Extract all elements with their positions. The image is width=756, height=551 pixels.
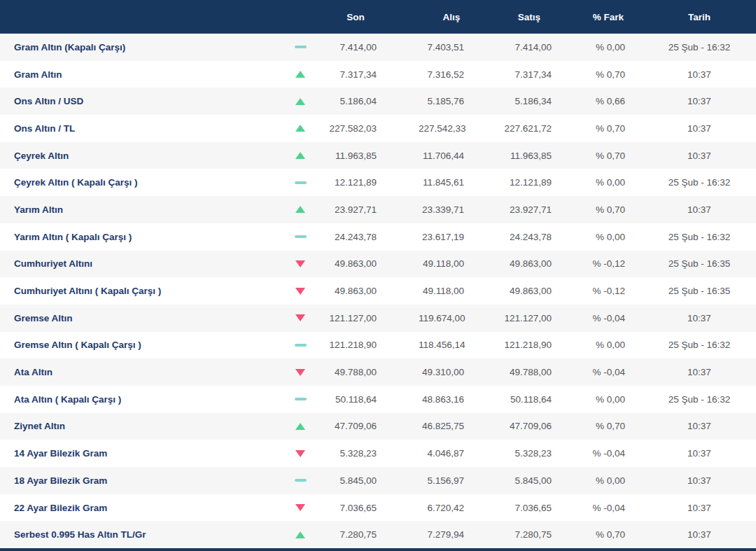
tarih-value: 25 Şub - 16:32 bbox=[643, 42, 756, 53]
instrument-name-link[interactable]: 14 Ayar Bilezik Gram bbox=[0, 448, 287, 459]
gold-prices-table: Son Alış Satış % Fark Tarih Gram Altın (… bbox=[0, 0, 756, 551]
table-row[interactable]: Ata Altın 49.788,00 49.310,00 49.788,00 … bbox=[0, 358, 756, 386]
table-row[interactable]: Gremse Altın 121.127,00 119.674,00 121.1… bbox=[0, 305, 756, 332]
instrument-name-link[interactable]: 22 Ayar Bilezik Gram bbox=[0, 503, 287, 513]
fark-value: % 0,00 bbox=[574, 42, 643, 53]
table-row[interactable]: Yarım Altın 23.927,71 23.339,71 23.927,7… bbox=[0, 196, 756, 223]
alis-value: 6.720,42 bbox=[419, 503, 484, 513]
son-value: 227.582,03 bbox=[314, 123, 419, 134]
instrument-name-link[interactable]: Cumhuriyet Altını ( Kapalı Çarşı ) bbox=[0, 286, 287, 296]
table-row[interactable]: Gram Altın 7.317,34 7.316,52 7.317,34 % … bbox=[0, 61, 756, 88]
alis-value: 227.542,33 bbox=[419, 123, 484, 134]
alis-value: 7.279,94 bbox=[419, 529, 484, 540]
trend-flat-icon bbox=[287, 398, 314, 400]
alis-value: 23.617,19 bbox=[419, 232, 484, 242]
satis-value: 49.788,00 bbox=[484, 367, 574, 377]
trend-down-icon bbox=[287, 369, 314, 376]
table-row[interactable]: Serbest 0.995 Has Altın TL/Gr 7.280,75 7… bbox=[0, 521, 756, 548]
fark-value: % -0,04 bbox=[574, 367, 643, 377]
fark-value: % 0,00 bbox=[574, 177, 643, 188]
table-row[interactable]: 14 Ayar Bilezik Gram 5.328,23 4.046,87 5… bbox=[0, 440, 756, 467]
instrument-name-link[interactable]: Gram Altın (Kapalı Çarşı) bbox=[0, 42, 287, 53]
instrument-name-link[interactable]: Ata Altın bbox=[0, 367, 287, 377]
header-fark: % Fark bbox=[574, 12, 643, 22]
instrument-name-link[interactable]: 18 Ayar Bilezik Gram bbox=[0, 475, 287, 486]
instrument-name-link[interactable]: Gremse Altın ( Kapalı Çarşı ) bbox=[0, 340, 287, 350]
alis-value: 49.310,00 bbox=[419, 367, 484, 377]
satis-value: 5.328,23 bbox=[484, 448, 574, 459]
table-row[interactable]: Gram Altın (Kapalı Çarşı) 7.414,00 7.403… bbox=[0, 34, 756, 61]
instrument-name-link[interactable]: Yarım Altın ( Kapalı Çarşı ) bbox=[0, 232, 287, 242]
table-row[interactable]: 18 Ayar Bilezik Gram 5.845,00 5.156,97 5… bbox=[0, 467, 756, 494]
tarih-value: 10:37 bbox=[643, 204, 756, 215]
instrument-name-link[interactable]: Çeyrek Altın ( Kapalı Çarşı ) bbox=[0, 177, 287, 188]
trend-up-icon bbox=[287, 71, 314, 78]
trend-up-icon bbox=[287, 423, 314, 430]
son-value: 121.127,00 bbox=[314, 313, 419, 323]
table-row[interactable]: Gremse Altın ( Kapalı Çarşı ) 121.218,90… bbox=[0, 332, 756, 359]
son-value: 49.863,00 bbox=[314, 258, 419, 269]
table-row[interactable]: Çeyrek Altın ( Kapalı Çarşı ) 12.121,89 … bbox=[0, 169, 756, 196]
instrument-name-link[interactable]: Cumhuriyet Altını bbox=[0, 258, 287, 269]
table-row[interactable]: Cumhuriyet Altını 49.863,00 49.118,00 49… bbox=[0, 251, 756, 278]
trend-up-icon bbox=[287, 531, 314, 538]
table-row[interactable]: Çeyrek Altın 11.963,85 11.706,44 11.963,… bbox=[0, 142, 756, 169]
satis-value: 227.621,72 bbox=[484, 123, 574, 134]
tarih-value: 25 Şub - 16:35 bbox=[643, 286, 756, 296]
tarih-value: 25 Şub - 16:32 bbox=[643, 177, 756, 188]
fark-value: % 0,00 bbox=[574, 340, 643, 350]
alis-value: 118.456,14 bbox=[419, 340, 484, 350]
satis-value: 11.963,85 bbox=[484, 151, 574, 161]
fark-value: % 0,70 bbox=[574, 123, 643, 134]
instrument-name-link[interactable]: Serbest 0.995 Has Altın TL/Gr bbox=[0, 529, 287, 540]
alis-value: 7.316,52 bbox=[419, 69, 484, 80]
table-row[interactable]: Ata Altın ( Kapalı Çarşı ) 50.118,64 48.… bbox=[0, 386, 756, 413]
alis-value: 5.156,97 bbox=[419, 475, 484, 486]
table-row[interactable]: Ons Altın / TL 227.582,03 227.542,33 227… bbox=[0, 115, 756, 142]
instrument-name-link[interactable]: Yarım Altın bbox=[0, 204, 287, 215]
tarih-value: 10:37 bbox=[643, 367, 756, 377]
fark-value: % -0,04 bbox=[574, 503, 643, 513]
son-value: 5.328,23 bbox=[314, 448, 419, 459]
instrument-name-link[interactable]: Ziynet Altın bbox=[0, 421, 287, 431]
fark-value: % -0,12 bbox=[574, 258, 643, 269]
son-value: 7.036,65 bbox=[314, 503, 419, 513]
instrument-name-link[interactable]: Ata Altın ( Kapalı Çarşı ) bbox=[0, 394, 287, 405]
alis-value: 46.825,75 bbox=[419, 421, 484, 431]
trend-down-icon bbox=[287, 450, 314, 457]
table-body: Gram Altın (Kapalı Çarşı) 7.414,00 7.403… bbox=[0, 34, 756, 548]
table-row[interactable]: Cumhuriyet Altını ( Kapalı Çarşı ) 49.86… bbox=[0, 277, 756, 305]
table-row[interactable]: Ons Altın / USD 5.186,04 5.185,76 5.186,… bbox=[0, 88, 756, 115]
tarih-value: 25 Şub - 16:32 bbox=[643, 232, 756, 242]
fark-value: % 0,70 bbox=[574, 204, 643, 215]
son-value: 24.243,78 bbox=[314, 232, 419, 242]
instrument-name-link[interactable]: Ons Altın / TL bbox=[0, 123, 287, 134]
table-row[interactable]: 22 Ayar Bilezik Gram 7.036,65 6.720,42 7… bbox=[0, 494, 756, 522]
header-tarih: Tarih bbox=[643, 12, 756, 22]
tarih-value: 10:37 bbox=[643, 503, 756, 513]
tarih-value: 10:37 bbox=[643, 421, 756, 431]
instrument-name-link[interactable]: Gram Altın bbox=[0, 69, 287, 80]
son-value: 7.317,34 bbox=[314, 69, 419, 80]
trend-flat-icon bbox=[287, 46, 314, 48]
instrument-name-link[interactable]: Gremse Altın bbox=[0, 313, 287, 323]
satis-value: 49.863,00 bbox=[484, 286, 574, 296]
trend-down-icon bbox=[287, 260, 314, 267]
satis-value: 5.186,34 bbox=[484, 96, 574, 106]
trend-flat-icon bbox=[287, 181, 314, 184]
tarih-value: 10:37 bbox=[643, 151, 756, 161]
trend-up-icon bbox=[287, 152, 314, 159]
alis-value: 5.185,76 bbox=[419, 96, 484, 106]
table-row[interactable]: Ziynet Altın 47.709,06 46.825,75 47.709,… bbox=[0, 413, 756, 440]
instrument-name-link[interactable]: Çeyrek Altın bbox=[0, 151, 287, 161]
table-row[interactable]: Yarım Altın ( Kapalı Çarşı ) 24.243,78 2… bbox=[0, 223, 756, 251]
tarih-value: 25 Şub - 16:32 bbox=[643, 340, 756, 350]
fark-value: % -0,12 bbox=[574, 286, 643, 296]
tarih-value: 25 Şub - 16:35 bbox=[643, 258, 756, 269]
trend-up-icon bbox=[287, 206, 314, 213]
trend-flat-icon bbox=[287, 344, 314, 347]
instrument-name-link[interactable]: Ons Altın / USD bbox=[0, 96, 287, 106]
fark-value: % 0,00 bbox=[574, 475, 643, 486]
satis-value: 50.118,64 bbox=[484, 394, 574, 405]
trend-down-icon bbox=[287, 288, 314, 295]
